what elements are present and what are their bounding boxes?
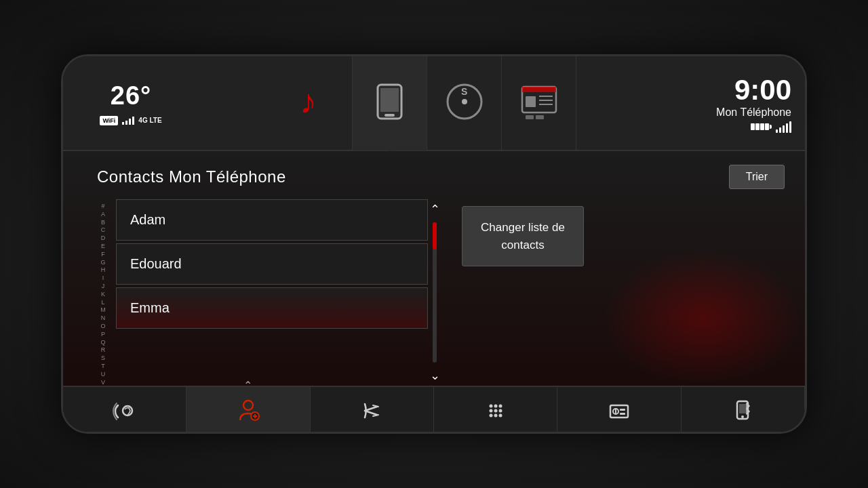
car-frame: 26° WiFi 4G LTE bbox=[0, 0, 868, 488]
alpha-o[interactable]: O bbox=[100, 323, 105, 330]
svg-point-28 bbox=[489, 414, 492, 418]
nav-icon-music[interactable]: ♪ bbox=[278, 56, 353, 150]
change-contacts-button[interactable]: Changer liste de contacts bbox=[462, 206, 584, 266]
svg-point-30 bbox=[498, 414, 502, 418]
alpha-t[interactable]: T bbox=[101, 363, 105, 370]
phone-status-icons bbox=[751, 121, 791, 133]
svg-point-26 bbox=[494, 409, 497, 413]
alpha-e[interactable]: E bbox=[101, 243, 105, 250]
contact-list-wrapper: Adam Edouard Emma ⌃ bbox=[116, 199, 441, 386]
screen: 26° WiFi 4G LTE bbox=[63, 56, 805, 432]
main-content: Contacts Mon Téléphone Trier # A B C D E… bbox=[63, 151, 805, 386]
alpha-r[interactable]: R bbox=[101, 346, 106, 354]
contact-items: Adam Edouard Emma bbox=[116, 199, 428, 386]
svg-point-38 bbox=[741, 415, 744, 418]
alpha-l[interactable]: L bbox=[101, 299, 104, 306]
svg-point-25 bbox=[489, 409, 492, 413]
screen-bezel: 26° WiFi 4G LTE bbox=[61, 54, 807, 434]
alpha-j[interactable]: J bbox=[102, 283, 105, 290]
phone-label: Mon Téléphone bbox=[716, 106, 791, 119]
svg-text:♪: ♪ bbox=[300, 83, 317, 120]
alpha-i[interactable]: I bbox=[102, 274, 104, 282]
contact-area: # A B C D E F G H I J K L M N bbox=[63, 199, 805, 386]
svg-point-23 bbox=[494, 405, 497, 408]
sort-button[interactable]: Trier bbox=[729, 165, 785, 189]
signal-bars bbox=[122, 117, 134, 125]
top-nav-icons: ♪ bbox=[199, 56, 656, 150]
content-header: Contacts Mon Téléphone Trier bbox=[63, 151, 805, 199]
svg-point-24 bbox=[498, 405, 502, 408]
alpha-c[interactable]: C bbox=[101, 226, 106, 234]
svg-rect-8 bbox=[522, 87, 556, 92]
svg-rect-3 bbox=[384, 114, 395, 117]
music-icon: ♪ bbox=[296, 79, 334, 127]
svg-text:S: S bbox=[461, 86, 467, 97]
page-title: Contacts Mon Téléphone bbox=[97, 167, 286, 186]
svg-point-29 bbox=[494, 414, 497, 418]
media-icon bbox=[519, 81, 559, 125]
alphabet-sidebar: # A B C D E F G H I J K L M N bbox=[97, 199, 109, 386]
phone-icon bbox=[371, 81, 408, 125]
svg-line-21 bbox=[373, 415, 378, 416]
bar1 bbox=[122, 122, 124, 125]
scroll-down-button[interactable]: ⌄ bbox=[427, 365, 443, 386]
scroll-track bbox=[433, 222, 437, 363]
contact-scroll: Adam Edouard Emma ⌃ bbox=[116, 199, 441, 386]
alpha-g[interactable]: G bbox=[100, 259, 105, 266]
status-icons: WiFi 4G LTE bbox=[100, 116, 161, 125]
alpha-a[interactable]: A bbox=[101, 211, 105, 218]
svg-rect-9 bbox=[526, 96, 536, 107]
alpha-p[interactable]: P bbox=[101, 331, 105, 338]
nav-telephones[interactable]: TÉLÉPHONES bbox=[682, 387, 805, 432]
contacts-icon bbox=[236, 399, 260, 428]
nav-derniers[interactable]: DERNIERS bbox=[311, 387, 434, 432]
bar2 bbox=[125, 121, 127, 125]
svg-line-20 bbox=[373, 405, 378, 407]
compass-icon: S bbox=[444, 81, 485, 125]
svg-point-5 bbox=[462, 99, 467, 104]
bar3 bbox=[129, 119, 131, 125]
alpha-f[interactable]: F bbox=[101, 251, 105, 258]
battery-icon bbox=[751, 123, 772, 130]
alpha-s[interactable]: S bbox=[101, 354, 105, 362]
bar4 bbox=[132, 117, 134, 125]
alpha-hash[interactable]: # bbox=[101, 203, 104, 210]
scroll-up-button[interactable]: ⌃ bbox=[427, 199, 443, 220]
alpha-d[interactable]: D bbox=[101, 235, 106, 242]
top-bar: 26° WiFi 4G LTE bbox=[63, 56, 805, 151]
alpha-h[interactable]: H bbox=[101, 266, 106, 274]
nav-vocal[interactable]: VOCAL bbox=[63, 387, 186, 432]
svg-rect-37 bbox=[739, 404, 746, 413]
nav-clavier[interactable]: CLAVIER bbox=[434, 387, 557, 432]
alpha-b[interactable]: B bbox=[101, 219, 105, 226]
svg-point-16 bbox=[243, 401, 253, 410]
nav-icon-navigation[interactable]: S bbox=[427, 56, 502, 150]
phone-signal-bars bbox=[776, 121, 791, 133]
alpha-k[interactable]: K bbox=[101, 291, 105, 298]
nav-messagerie[interactable]: MESSAGERIE bbox=[557, 387, 681, 432]
contact-adam[interactable]: Adam bbox=[116, 199, 428, 241]
derniers-icon bbox=[359, 399, 384, 428]
svg-rect-2 bbox=[380, 88, 399, 112]
svg-point-27 bbox=[498, 409, 502, 413]
contact-edouard[interactable]: Edouard bbox=[116, 243, 428, 285]
contact-emma[interactable]: Emma bbox=[116, 287, 428, 329]
svg-rect-34 bbox=[620, 409, 625, 411]
alpha-n[interactable]: N bbox=[101, 314, 106, 322]
lte-badge: 4G LTE bbox=[138, 117, 161, 124]
messagerie-icon bbox=[607, 399, 631, 428]
bottom-nav: VOCAL CONTACTS ⌃ bbox=[63, 386, 805, 432]
nav-icon-phone[interactable] bbox=[353, 56, 427, 150]
nav-icon-media[interactable] bbox=[502, 56, 576, 150]
vocal-icon bbox=[113, 399, 137, 428]
alpha-m[interactable]: M bbox=[100, 306, 106, 314]
top-left-info: 26° WiFi 4G LTE bbox=[63, 75, 199, 132]
scroll-thumb bbox=[433, 222, 437, 249]
nav-contacts[interactable]: CONTACTS ⌃ bbox=[186, 387, 310, 432]
alpha-v[interactable]: V bbox=[101, 379, 105, 386]
clock-time: 9:00 bbox=[734, 74, 791, 106]
alpha-u[interactable]: U bbox=[101, 371, 106, 378]
svg-point-22 bbox=[489, 405, 492, 408]
alpha-q[interactable]: Q bbox=[100, 339, 105, 346]
battery-tip bbox=[770, 125, 772, 129]
